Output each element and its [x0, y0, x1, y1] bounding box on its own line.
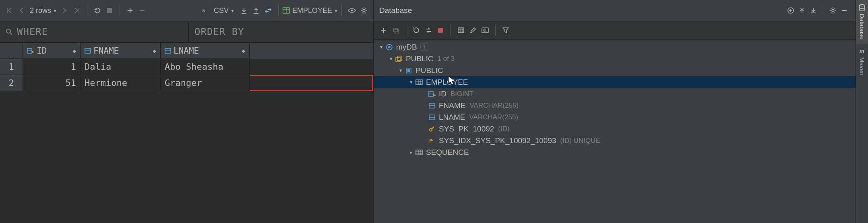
result-grid-pane: 2 rows ▾ » CSV ▾ EMPLOYEE [0, 0, 374, 223]
tree-node-type: VARCHAR(255) [469, 113, 518, 121]
chevron-down-icon: ▾ [54, 7, 56, 14]
last-page-button[interactable] [71, 4, 83, 17]
rows-count-label: 2 rows [30, 6, 51, 15]
cell-fname[interactable]: Dalia [81, 59, 161, 75]
refresh-button[interactable] [410, 24, 422, 36]
svg-rect-29 [416, 150, 422, 155]
compare-button[interactable] [262, 4, 274, 17]
svg-point-2 [351, 10, 353, 12]
separator [278, 5, 279, 16]
more-actions-button[interactable]: » [198, 4, 210, 17]
table-icon [283, 7, 290, 14]
chevron-right-icon[interactable]: ▸ [407, 149, 415, 155]
import-upload-button[interactable] [250, 4, 262, 17]
tree-node-label: myDB [396, 43, 417, 52]
index-icon [428, 138, 436, 144]
database-panel-header: Database [374, 0, 856, 21]
hide-panel-button[interactable] [839, 5, 850, 16]
settings-button[interactable] [358, 4, 370, 17]
separator [87, 5, 87, 16]
tool-window-rail: Database m Maven [856, 0, 868, 223]
prev-page-button[interactable] [15, 4, 27, 17]
orderby-filter-input[interactable]: ORDER BY [189, 21, 373, 42]
database-toolbar: QL [374, 21, 856, 40]
tree-node-column[interactable]: ID BIGINT [374, 88, 856, 100]
right-area: Database QL [374, 0, 868, 223]
cell-fname[interactable]: Hermione [81, 75, 161, 91]
tree-node-pk[interactable]: SYS_PK_10092 (ID) [374, 123, 856, 135]
panel-settings-button[interactable] [827, 5, 839, 16]
new-button[interactable] [378, 24, 390, 36]
svg-rect-22 [407, 69, 410, 72]
grid-toolbar: 2 rows ▾ » CSV ▾ EMPLOYEE [0, 0, 373, 21]
column-header-fname[interactable]: FNAME ◆ [81, 43, 161, 59]
tree-node-label: PUBLIC [406, 54, 434, 63]
table-row[interactable]: 2 51 Hermione Granger [0, 75, 373, 91]
cell-id[interactable]: 51 [23, 75, 81, 91]
svg-rect-19 [396, 57, 400, 62]
tree-node-sequence[interactable]: ▸ SEQUENCE [374, 146, 856, 158]
rail-tab-maven[interactable]: m Maven [856, 44, 868, 79]
rail-tab-label: Maven [859, 57, 866, 75]
column-header-id[interactable]: ID ◆ [23, 43, 81, 59]
tree-node-badge: 1 [420, 44, 428, 51]
table-selector-label: EMPLOYEE [292, 6, 332, 15]
rail-tab-database[interactable]: Database [856, 0, 868, 44]
chevron-down-icon[interactable]: ▾ [407, 79, 415, 85]
tree-node-label: EMPLOYEE [426, 78, 468, 87]
svg-point-25 [433, 94, 435, 96]
table-selector-dropdown[interactable]: EMPLOYEE ▾ [283, 6, 337, 15]
tree-node-index[interactable]: SYS_IDX_SYS_PK_10092_10093 (ID) UNIQUE [374, 135, 856, 146]
table-icon [415, 79, 424, 85]
tree-node-column[interactable]: FNAME VARCHAR(255) [374, 100, 856, 111]
duplicate-button[interactable] [390, 24, 402, 36]
next-page-button[interactable] [59, 4, 71, 17]
svg-point-18 [388, 46, 391, 48]
console-button[interactable]: QL [479, 24, 491, 36]
first-page-button[interactable] [3, 4, 15, 17]
cell-lname[interactable]: Abo Sheasha [161, 59, 250, 75]
rows-count-dropdown[interactable]: 2 rows ▾ [30, 6, 56, 15]
export-download-button[interactable] [238, 4, 250, 17]
separator [341, 5, 342, 16]
cell-id[interactable]: 1 [23, 59, 81, 75]
column-header-lname[interactable]: LNAME ◆ [161, 43, 250, 59]
view-toggle-button[interactable] [346, 4, 358, 17]
table-row[interactable]: 1 1 Dalia Abo Sheasha [0, 59, 373, 75]
where-filter-input[interactable]: WHERE [0, 21, 189, 42]
separator [406, 25, 406, 36]
reload-button[interactable] [91, 4, 103, 17]
tree-node-type: VARCHAR(255) [470, 102, 519, 110]
edit-button[interactable] [467, 24, 479, 36]
chevron-down-icon[interactable]: ▾ [387, 56, 395, 62]
table-icon [415, 150, 424, 155]
tree-node-datasource[interactable]: ▾ myDB 1 [374, 41, 856, 53]
database-tree[interactable]: ▾ myDB 1 ▾ PUBLIC 1 of 3 ▾ PUBLIC [374, 40, 856, 223]
filter-button[interactable] [500, 24, 512, 36]
assign-datasource-button[interactable] [785, 5, 796, 16]
sync-button[interactable] [422, 24, 434, 36]
table-view-button[interactable] [455, 24, 467, 36]
stop-sync-button[interactable] [434, 24, 446, 36]
chevron-down-icon: ▾ [231, 7, 234, 14]
tree-node-column[interactable]: LNAME VARCHAR(255) [374, 111, 856, 123]
column-icon [428, 102, 436, 109]
add-row-button[interactable] [124, 4, 136, 17]
tree-node-table[interactable]: ▾ EMPLOYEE [374, 76, 856, 88]
cell-lname[interactable]: Granger [161, 75, 250, 91]
separator [451, 25, 451, 36]
delete-row-button[interactable] [136, 4, 148, 17]
tree-node-schema[interactable]: ▾ PUBLIC [374, 65, 856, 76]
collapse-up-button[interactable] [796, 5, 808, 16]
export-format-dropdown[interactable]: CSV ▾ [214, 6, 234, 15]
column-header-label: LNAME [174, 46, 199, 56]
stop-button[interactable] [103, 4, 116, 17]
svg-rect-20 [397, 56, 402, 60]
svg-rect-12 [395, 29, 399, 33]
collapse-down-button[interactable] [808, 5, 819, 16]
tree-node-schema-group[interactable]: ▾ PUBLIC 1 of 3 [374, 53, 856, 65]
chevron-down-icon[interactable]: ▾ [378, 44, 385, 50]
export-format-label: CSV [214, 6, 229, 15]
rail-tab-label: Database [859, 14, 866, 40]
chevron-down-icon[interactable]: ▾ [397, 67, 404, 73]
